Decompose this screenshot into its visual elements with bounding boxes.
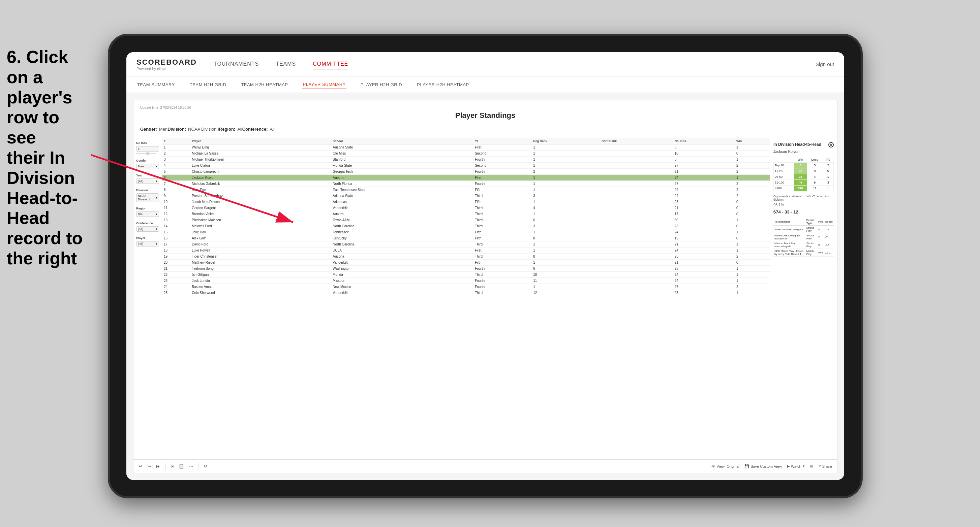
- main-content: Update time: 27/03/2024 16:56:26 Player …: [126, 93, 844, 480]
- table-row[interactable]: 14 Maxwell Ford North Carolina Third 3 2…: [162, 223, 770, 229]
- watch-button[interactable]: ▶ Watch ▾: [787, 464, 805, 468]
- table-row[interactable]: 11 Gordon Sargent Vanderbilt Third 4 21 …: [162, 205, 770, 211]
- col-school: School: [331, 138, 473, 144]
- h2h-row-top10: Top 10 8 3 2: [774, 163, 834, 168]
- player-select[interactable]: (All) ▾: [136, 241, 159, 246]
- nav-teams[interactable]: TEAMS: [276, 59, 296, 69]
- region-select[interactable]: N/a ▾: [136, 211, 159, 217]
- table-row[interactable]: 3 Michael Thorbjornsen Stanford Fourth 1…: [162, 157, 770, 163]
- content-area: No Rds. 6 Gender Men: [134, 138, 837, 459]
- left-sidebar: No Rds. 6 Gender Men: [134, 138, 162, 459]
- division-filter: Division: NCAA Division I: [167, 127, 219, 132]
- logo-area: SCOREBOARD Powered by clippi: [137, 58, 197, 71]
- gender-sidebar: Gender Men ▾: [136, 159, 159, 169]
- h2h-opponents-label: Opponents in division: W-L-T record in-d…: [773, 195, 834, 202]
- table-row[interactable]: 10 Jacob Moc-Diesen Arkansas Fifth 1 23 …: [162, 199, 770, 205]
- table-row[interactable]: 1 Wenyi Ding Arizona State First 1 8 1: [162, 144, 770, 151]
- table-row[interactable]: 19 Tiger Christensen Arizona Third 8 23 …: [162, 254, 770, 260]
- refresh-icon[interactable]: ⟳: [204, 464, 208, 469]
- region-filter: Region: All: [219, 127, 242, 132]
- table-row[interactable]: 13 Phichaksn Maichon Texas A&M Third 6 3…: [162, 217, 770, 223]
- table-row[interactable]: 12 Brendan Valles Auburn Third 1 17 0: [162, 211, 770, 217]
- tablet-screen: SCOREBOARD Powered by clippi TOURNAMENTS…: [126, 52, 844, 480]
- table-row[interactable]: 8 Mats Ege East Tennessee State Fifth 1 …: [162, 187, 770, 193]
- tourney-row-4: SEC Match Play Hosted by Jerry Pata Roun…: [773, 249, 834, 257]
- table-row[interactable]: 6 Jackson Koivun Auburn First 1 24 1: [162, 175, 770, 181]
- sign-out-button[interactable]: Sign out: [816, 61, 834, 67]
- table-row[interactable]: 22 Ian Gilligan Florida Third 10 24 1: [162, 272, 770, 278]
- table-row[interactable]: 17 David Ford North Carolina Third 1 21 …: [162, 241, 770, 248]
- gender-select[interactable]: Men ▾: [136, 163, 159, 169]
- tourney-col-score: Score: [824, 218, 834, 225]
- table-row[interactable]: 9 Preston Summerhays Arizona State Third…: [162, 193, 770, 199]
- table-area: # Player School Yr Reg Rank Conf Rank No…: [162, 138, 770, 459]
- table-row[interactable]: 5 Christo Lamprecht Georgia Tech Fourth …: [162, 169, 770, 175]
- save-custom-button[interactable]: 💾 Save Custom View: [745, 464, 782, 468]
- table-row[interactable]: 23 Jack Lundin Missouri Fourth 11 24 1: [162, 278, 770, 284]
- nav-items: TOURNAMENTS TEAMS COMMITTEE: [214, 59, 816, 69]
- conference-sidebar: Conference (All) ▾: [136, 222, 159, 232]
- h2h-col-loss: Loss: [807, 157, 822, 163]
- more-icon[interactable]: ⋯: [189, 464, 193, 469]
- redo-icon[interactable]: ↪: [147, 464, 151, 469]
- division-select[interactable]: NCAA Division I ▾: [136, 193, 159, 202]
- sub-nav: TEAM SUMMARY TEAM H2H GRID TEAM H2H HEAT…: [126, 76, 844, 93]
- sub-nav-team-h2h-grid[interactable]: TEAM H2H GRID: [189, 81, 227, 89]
- share-icon: ↗: [818, 464, 821, 468]
- view-original-button[interactable]: 👁 View: Original: [711, 464, 740, 468]
- paste-icon[interactable]: 📋: [178, 464, 184, 469]
- table-row[interactable]: 20 Matthew Riedel Vanderbilt Fifth 1 21 …: [162, 260, 770, 266]
- no-rds-slider[interactable]: [136, 153, 156, 154]
- table-row[interactable]: 24 Bastien Amat New Mexico Fourth 1 27 2: [162, 284, 770, 290]
- dashboard-wrapper: Update time: 27/03/2024 16:56:26 Player …: [133, 100, 837, 473]
- table-row[interactable]: 15 Jake Hall Tennessee Fifth 1 24 1: [162, 229, 770, 235]
- tourney-row-1: Amer Am Intercollegiate Stroke Play 4 -1…: [773, 225, 834, 233]
- nav-committee[interactable]: COMMITTEE: [313, 59, 348, 69]
- conference-select[interactable]: (All) ▾: [136, 226, 159, 232]
- logo-text: SCOREBOARD: [137, 58, 197, 67]
- sub-nav-player-h2h-heatmap[interactable]: PLAYER H2H HEATMAP: [416, 81, 469, 89]
- table-row[interactable]: 4 Luke Claton Florida State Second 1 27 …: [162, 163, 770, 169]
- update-time-label: Update time:: [140, 106, 159, 110]
- skip-icon[interactable]: ⏭: [156, 464, 161, 469]
- share-button[interactable]: ↗ Share: [818, 464, 832, 468]
- sub-nav-team-summary[interactable]: TEAM SUMMARY: [137, 81, 176, 89]
- table-row[interactable]: 21 Taehoon Song Washington Fourth 6 23 1: [162, 266, 770, 272]
- year-select[interactable]: (All) ▾: [136, 178, 159, 184]
- table-row[interactable]: 2 Michael La Sasse Ole Miss Second 1 10 …: [162, 151, 770, 157]
- col-rank: #: [162, 138, 190, 144]
- dashboard-title: Player Standings: [140, 111, 830, 120]
- tournament-table: Tournament Event Type Pos Score Amer Am …: [773, 218, 834, 257]
- h2h-row-11-25: 11-25 20 9 5: [774, 168, 834, 174]
- table-row[interactable]: 25 Cole Sherwood Vanderbilt Third 12 23 …: [162, 290, 770, 296]
- nav-tournaments[interactable]: TOURNAMENTS: [214, 59, 259, 69]
- h2h-close-button[interactable]: ✕: [828, 142, 834, 148]
- logo-powered: Powered by clippi: [137, 67, 197, 71]
- undo-icon[interactable]: ↩: [138, 464, 142, 469]
- sub-nav-player-summary[interactable]: PLAYER SUMMARY: [302, 80, 347, 89]
- table-row[interactable]: 16 Alex Goff Kentucky Fifth 8 19 0: [162, 235, 770, 241]
- h2h-row-51-100: 51-100 46 6 3: [774, 180, 834, 186]
- h2h-col-win: Win: [794, 157, 807, 163]
- sub-nav-player-h2h-grid[interactable]: PLAYER H2H GRID: [360, 81, 403, 89]
- year-sidebar: Year (All) ▾: [136, 174, 159, 184]
- col-win: Win: [735, 138, 770, 144]
- layout-icon[interactable]: ⊞: [810, 464, 813, 468]
- top-nav: SCOREBOARD Powered by clippi TOURNAMENTS…: [126, 52, 844, 76]
- col-conf-rank: Conf Rank: [600, 138, 673, 144]
- col-reg-rank: Reg Rank: [531, 138, 600, 144]
- h2h-row-26-50: 26-50 22 4 1: [774, 174, 834, 180]
- table-row[interactable]: 7 Nicholas Gabrelcik North Florida Fourt…: [162, 181, 770, 187]
- table-row[interactable]: 18 Luke Powell UCLA First 1 24 1: [162, 248, 770, 254]
- bottom-toolbar: ↩ ↪ ⏭ ⎘ 📋 ⋯ ⟳ 👁 View: Original: [134, 459, 837, 473]
- h2h-stats-table: Win Loss Tie Top 10 8 3 2: [773, 157, 834, 191]
- sub-nav-team-h2h-heatmap[interactable]: TEAM H2H HEATMAP: [240, 81, 288, 89]
- toolbar-right: 👁 View: Original 💾 Save Custom View ▶ Wa…: [711, 464, 832, 468]
- table-header-row: # Player School Yr Reg Rank Conf Rank No…: [162, 138, 770, 144]
- toolbar-sep-2: [199, 463, 199, 470]
- conference-filter: Conference: All: [242, 127, 275, 132]
- h2h-panel: In Division Head-to-Head ✕ Jackson Koivu…: [770, 138, 837, 459]
- copy-icon[interactable]: ⎘: [171, 464, 173, 469]
- toolbar-sep-1: [165, 463, 166, 470]
- update-time-value: 27/03/2024 16:56:26: [160, 106, 191, 110]
